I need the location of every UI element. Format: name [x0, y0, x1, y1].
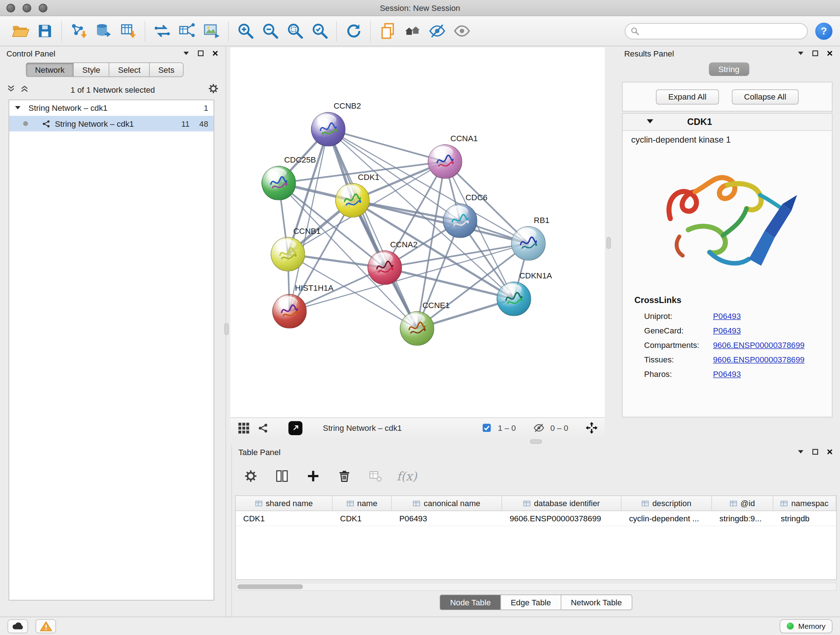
- column-header-id[interactable]: @id: [712, 496, 774, 510]
- float-panel-button[interactable]: [812, 50, 819, 57]
- table-cell-namespac[interactable]: stringdb: [774, 511, 836, 526]
- gene-card-header[interactable]: CDK1: [622, 114, 832, 131]
- show-columns-button[interactable]: [273, 467, 291, 486]
- column-header-namespac[interactable]: namespac: [774, 496, 836, 510]
- import-network-file-button[interactable]: [66, 19, 91, 43]
- zoom-in-button[interactable]: [233, 19, 257, 43]
- hide-selected-button[interactable]: [425, 19, 449, 43]
- column-header-shared-name[interactable]: shared name: [236, 496, 333, 510]
- warnings-button[interactable]: [35, 619, 56, 633]
- close-panel-button[interactable]: [826, 448, 834, 456]
- collapse-panel-button[interactable]: [797, 50, 805, 57]
- float-panel-button[interactable]: [812, 448, 819, 456]
- float-panel-button[interactable]: [197, 50, 204, 57]
- network-edge[interactable]: [385, 268, 514, 299]
- open-in-new-window-button[interactable]: [288, 421, 302, 435]
- hidden-eye-icon[interactable]: [532, 421, 546, 435]
- tab-node-table[interactable]: Node Table: [440, 594, 501, 610]
- help-button[interactable]: ?: [815, 22, 833, 40]
- pan-mode-button[interactable]: [584, 421, 598, 435]
- network-edge[interactable]: [328, 129, 417, 328]
- network-node-hist1h1a[interactable]: [272, 294, 307, 328]
- network-edge[interactable]: [289, 243, 528, 311]
- function-builder-button[interactable]: f(x): [398, 467, 416, 486]
- table-settings-button[interactable]: [242, 467, 260, 486]
- crosslink-tissues[interactable]: 9606.ENSP00000378699: [713, 355, 805, 364]
- vertical-splitter-handle[interactable]: [224, 323, 229, 335]
- cloud-status-button[interactable]: [8, 619, 28, 633]
- tab-sets[interactable]: Sets: [149, 63, 183, 77]
- memory-button[interactable]: Memory: [780, 619, 832, 633]
- delete-column-button[interactable]: [335, 467, 354, 486]
- zoom-selected-button[interactable]: [307, 19, 332, 43]
- close-panel-button[interactable]: [826, 50, 834, 57]
- crosslink-uniprot[interactable]: P06493: [713, 311, 741, 320]
- tab-style[interactable]: Style: [73, 63, 109, 77]
- crosslink-compartments[interactable]: 9606.ENSP00000378699: [713, 340, 805, 349]
- column-header-canonical-name[interactable]: canonical name: [392, 496, 502, 510]
- vertical-splitter-handle[interactable]: [606, 237, 611, 249]
- import-table-button[interactable]: [116, 19, 141, 43]
- table-cell-description[interactable]: cyclin-dependent ...: [622, 511, 712, 526]
- export-image-button[interactable]: [199, 19, 224, 43]
- network-node-rb1[interactable]: [511, 226, 546, 261]
- table-cell-id[interactable]: stringdb:9...: [712, 511, 774, 526]
- import-network-database-button[interactable]: [91, 19, 115, 43]
- network-node-ccnb1[interactable]: [271, 237, 305, 272]
- network-node-cdc25b[interactable]: [262, 166, 296, 200]
- tab-edge-table[interactable]: Edge Table: [500, 594, 561, 610]
- network-node-ccna1[interactable]: [428, 144, 462, 179]
- tab-network[interactable]: Network: [26, 63, 73, 77]
- network-overview-button[interactable]: [256, 421, 270, 435]
- new-network-from-selection-button[interactable]: [150, 19, 174, 43]
- network-collection-row[interactable]: String Network – cdk1 1: [9, 100, 213, 116]
- grid-view-button[interactable]: [237, 421, 251, 435]
- caret-down-icon[interactable]: [646, 117, 654, 127]
- search-box[interactable]: [625, 23, 808, 39]
- horizontal-splitter-handle[interactable]: [530, 440, 542, 444]
- table-cell-database-identifier[interactable]: 9606.ENSP00000378699: [502, 511, 622, 526]
- column-header-description[interactable]: description: [622, 496, 712, 510]
- collapse-panel-button[interactable]: [182, 50, 190, 57]
- collapse-all-icon[interactable]: [6, 84, 16, 95]
- crosslink-pharos[interactable]: P06493: [713, 369, 741, 378]
- scrollbar-thumb[interactable]: [237, 584, 303, 589]
- table-cell-canonical-name[interactable]: P06493: [392, 511, 502, 526]
- tab-string[interactable]: String: [709, 63, 749, 76]
- network-node-cdc6[interactable]: [443, 203, 477, 238]
- selected-checkbox[interactable]: [480, 421, 494, 435]
- expand-all-icon[interactable]: [20, 84, 29, 95]
- collapse-all-button[interactable]: Collapse All: [732, 89, 799, 104]
- open-session-button[interactable]: [8, 19, 32, 43]
- table-cell-shared-name[interactable]: CDK1: [236, 511, 333, 526]
- expand-all-button[interactable]: Expand All: [656, 89, 719, 104]
- network-node-ccna2[interactable]: [368, 250, 402, 285]
- tab-network-table[interactable]: Network Table: [561, 594, 632, 610]
- network-node-ccne1[interactable]: [400, 311, 434, 346]
- network-node-ccnb2[interactable]: [311, 112, 346, 146]
- network-edge[interactable]: [288, 129, 328, 254]
- close-panel-button[interactable]: [212, 50, 219, 57]
- network-row-selected[interactable]: String Network – cdk1 11 48: [9, 116, 213, 131]
- network-view-canvas[interactable]: CCNB2CCNA1CDC25BCDK1CDC6RB1CCNB1CCNA2CDK…: [231, 48, 605, 417]
- tab-select[interactable]: Select: [109, 63, 149, 77]
- zoom-fit-button[interactable]: [283, 19, 307, 43]
- search-input[interactable]: [644, 27, 802, 35]
- table-to-network-button[interactable]: [174, 19, 199, 43]
- first-neighbors-button[interactable]: [400, 19, 424, 43]
- table-horizontal-scrollbar[interactable]: [235, 583, 837, 591]
- apply-layout-button[interactable]: [341, 19, 366, 43]
- column-header-database-identifier[interactable]: database identifier: [502, 496, 622, 510]
- collapse-panel-button[interactable]: [797, 448, 805, 456]
- network-node-cdkn1a[interactable]: [497, 282, 531, 316]
- show-all-button[interactable]: [449, 19, 474, 43]
- caret-down-icon[interactable]: [14, 103, 21, 112]
- column-header-name[interactable]: name: [332, 496, 392, 510]
- save-session-button[interactable]: [32, 19, 57, 43]
- crosslink-genecard[interactable]: P06493: [713, 326, 741, 335]
- table-row[interactable]: CDK1CDK1P064939606.ENSP00000378699cyclin…: [236, 511, 836, 526]
- create-column-button[interactable]: [304, 467, 322, 486]
- zoom-out-button[interactable]: [258, 19, 283, 43]
- network-node-cdk1[interactable]: [335, 183, 370, 218]
- table-cell-name[interactable]: CDK1: [332, 511, 392, 526]
